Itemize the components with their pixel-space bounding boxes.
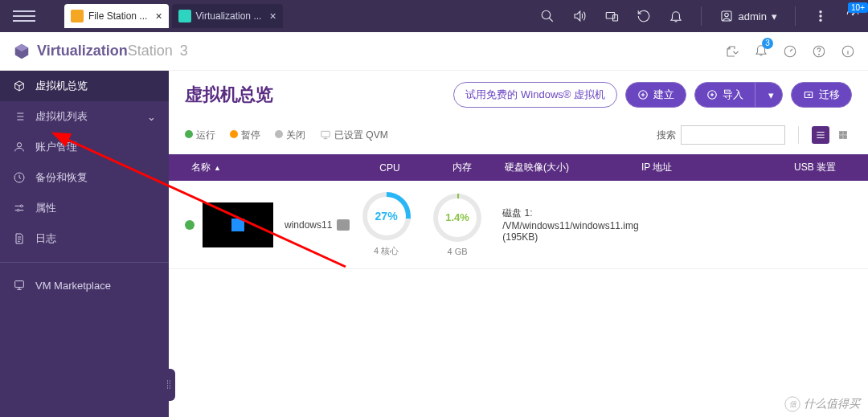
help-icon[interactable]	[812, 44, 826, 59]
cube-icon	[178, 10, 191, 22]
th-name[interactable]: 名称▲	[185, 161, 354, 174]
legend-qvm: 已设置 QVM	[320, 129, 388, 142]
refresh-icon[interactable]	[637, 9, 651, 23]
import-icon	[706, 89, 718, 100]
folder-icon	[71, 10, 84, 22]
chevron-down-icon: ⌄	[147, 111, 156, 123]
sidebar-item-logs[interactable]: 日志	[0, 223, 169, 254]
sidebar-label: 虚拟机列表	[35, 109, 88, 124]
dashboard-icon[interactable]: 10+	[845, 7, 860, 25]
svg-rect-17	[15, 281, 24, 288]
clock-icon	[13, 171, 26, 184]
notification-badge: 10+	[848, 2, 868, 13]
tab-label: Virtualization ...	[196, 10, 262, 22]
th-ip[interactable]: IP 地址	[635, 161, 788, 174]
import-button[interactable]: 导入 ▾	[694, 82, 783, 108]
svg-point-15	[20, 205, 23, 207]
sidebar-item-vmlist[interactable]: 虚拟机列表 ⌄	[0, 101, 169, 132]
user-menu[interactable]: admin ▾	[719, 9, 777, 23]
svg-point-6	[820, 15, 821, 17]
sidebar-item-backup[interactable]: 备份和恢复	[0, 162, 169, 193]
tab-virtualization[interactable]: Virtualization ... ×	[172, 4, 283, 28]
view-grid-button[interactable]	[834, 126, 852, 144]
chevron-down-icon[interactable]: ▾	[760, 84, 782, 106]
svg-rect-1	[606, 13, 615, 19]
vm-thumbnail[interactable]	[203, 202, 273, 247]
user-icon	[13, 141, 26, 153]
divider	[798, 126, 799, 144]
create-button[interactable]: 建立	[625, 82, 686, 108]
list-icon	[13, 110, 26, 123]
comment-icon[interactable]	[337, 219, 350, 231]
svg-rect-24	[839, 136, 842, 139]
legend-stopped: 关闭	[275, 129, 305, 142]
devices-icon[interactable]	[604, 9, 619, 23]
os-taskbar: File Station ... × Virtualization ... × …	[0, 0, 868, 32]
app-title: VirtualizationStation 3	[37, 43, 188, 59]
sidebar-label: 虚拟机总览	[35, 79, 88, 93]
sidebar-item-account[interactable]: 账户管理	[0, 132, 169, 162]
sidebar-item-overview[interactable]: 虚拟机总览	[0, 71, 169, 101]
sidebar-label: VM Marketplace	[35, 280, 111, 292]
table-row[interactable]: windows11 27% 4 核心 1.4% 4 GB 磁盘 1: /VM/w…	[169, 181, 868, 269]
sidebar-collapse-handle[interactable]	[162, 369, 175, 401]
log-icon[interactable]	[725, 44, 739, 59]
search-input[interactable]	[681, 125, 785, 145]
tab-filestation[interactable]: File Station ... ×	[64, 4, 169, 28]
app-header: VirtualizationStation 3 3	[0, 32, 868, 71]
more-icon[interactable]	[813, 9, 828, 23]
sidebar-item-properties[interactable]: 属性	[0, 193, 169, 223]
sidebar-item-marketplace[interactable]: VM Marketplace	[0, 271, 169, 300]
th-usb[interactable]: USB 装置	[788, 161, 852, 174]
plus-icon	[637, 89, 649, 100]
cpu-gauge: 27%	[362, 192, 411, 240]
svg-rect-22	[839, 131, 842, 134]
svg-point-16	[17, 209, 19, 211]
hamburger-icon[interactable]	[0, 0, 48, 32]
chevron-down-icon: ▾	[772, 10, 777, 22]
svg-rect-21	[321, 131, 330, 137]
svg-text:值: 值	[789, 400, 798, 408]
cube-icon	[13, 80, 26, 92]
svg-rect-25	[844, 136, 847, 139]
sliders-icon	[13, 202, 26, 215]
watermark: 值 什么值得买	[784, 396, 860, 412]
close-icon[interactable]: ×	[155, 10, 162, 22]
svg-point-7	[820, 19, 821, 21]
view-list-button[interactable]	[812, 126, 829, 144]
sidebar-label: 属性	[35, 201, 56, 215]
trial-button[interactable]: 试用免费的 Windows® 虚拟机	[453, 82, 617, 108]
vm-name: windows11	[285, 219, 332, 231]
close-icon[interactable]: ×	[269, 10, 276, 22]
th-cpu[interactable]: CPU	[354, 162, 426, 174]
info-icon[interactable]	[841, 44, 855, 59]
bell-badge: 3	[762, 38, 773, 49]
username: admin	[739, 10, 767, 22]
th-disk[interactable]: 硬盘映像(大小)	[498, 161, 635, 174]
svg-point-0	[542, 10, 551, 19]
disk-path: /VM/windows11/windows11.img (195KB)	[502, 220, 638, 243]
app-logo-icon	[13, 43, 31, 60]
bell-icon[interactable]	[669, 9, 683, 23]
status-dot-running	[185, 220, 194, 230]
user-icon	[719, 9, 734, 23]
content-area: 虚拟机总览 试用免费的 Windows® 虚拟机 建立 导入 ▾ 迁移 运行 暂…	[169, 71, 868, 417]
page-title: 虚拟机总览	[185, 83, 273, 107]
search-label: 搜索	[657, 129, 676, 142]
volume-icon[interactable]	[572, 9, 587, 23]
sidebar-label: 账户管理	[35, 140, 77, 154]
windows-icon	[231, 219, 244, 231]
migrate-icon	[803, 89, 814, 100]
tab-label: File Station ...	[88, 10, 147, 22]
sort-asc-icon: ▲	[214, 164, 221, 172]
divider	[795, 6, 796, 26]
app-bell-icon[interactable]: 3	[754, 43, 768, 60]
table-header: 名称▲ CPU 内存 硬盘映像(大小) IP 地址 USB 装置	[169, 154, 868, 181]
sidebar-label: 备份和恢复	[35, 170, 88, 185]
gauge-icon[interactable]	[783, 44, 797, 59]
search-icon[interactable]	[540, 9, 555, 23]
sidebar: 虚拟机总览 虚拟机列表 ⌄ 账户管理 备份和恢复 属性 日志 VM Market…	[0, 71, 169, 417]
legend-running: 运行	[185, 129, 215, 142]
migrate-button[interactable]: 迁移	[791, 82, 852, 108]
th-mem[interactable]: 内存	[426, 161, 498, 174]
